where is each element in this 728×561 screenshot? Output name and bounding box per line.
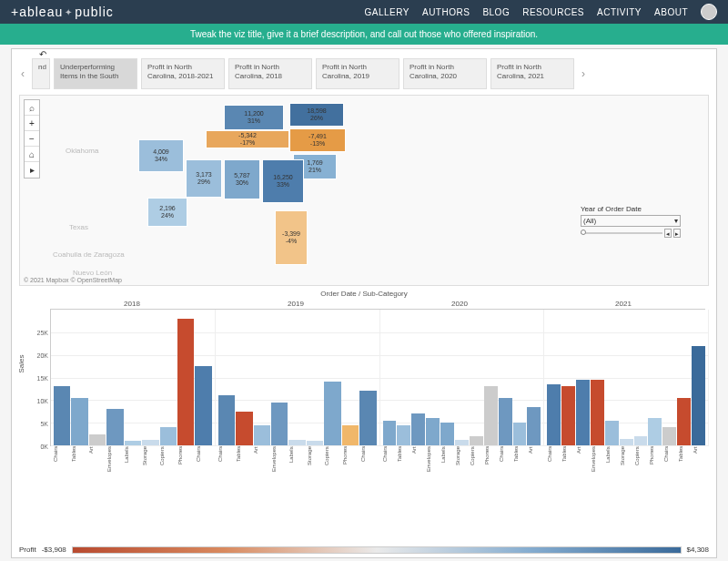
state-mark[interactable]: 3,17329% xyxy=(186,159,222,198)
bar-mark[interactable] xyxy=(125,441,141,445)
bar-mark[interactable] xyxy=(342,425,359,445)
bar-mark[interactable] xyxy=(307,441,323,445)
nav-blog[interactable]: BLOG xyxy=(482,7,510,17)
story-tab[interactable]: Profit in North Carolina, 2020 xyxy=(403,58,487,89)
year-header: 2021 xyxy=(541,300,705,310)
bar-mark[interactable] xyxy=(692,346,705,445)
story-tab[interactable]: Underperforming Items in the South xyxy=(54,58,137,89)
legend-label: Profit xyxy=(19,546,36,554)
story-tab[interactable]: Profit in North Carolina, 2018 xyxy=(228,58,312,89)
bar-mark[interactable] xyxy=(677,398,691,445)
state-mark[interactable]: 18,59826% xyxy=(289,103,344,127)
bar-mark[interactable] xyxy=(177,319,194,445)
state-mark[interactable]: 11,20031% xyxy=(224,105,284,130)
x-tick: Chairs xyxy=(360,446,378,475)
plot-area[interactable] xyxy=(50,310,709,446)
x-tick: Art xyxy=(693,446,706,475)
state-mark[interactable]: -3,399-4% xyxy=(275,210,308,265)
nav-resources[interactable]: RESOURCES xyxy=(522,7,584,17)
bar-mark[interactable] xyxy=(620,439,633,445)
state-mark[interactable]: 16,25033% xyxy=(262,159,304,203)
slider-prev[interactable]: ◂ xyxy=(664,229,672,238)
x-tick: Labels xyxy=(605,446,619,475)
workbook: ↶ ‹ ndUnderperforming Items in the South… xyxy=(11,48,717,558)
bar-mark[interactable] xyxy=(271,403,288,445)
avatar[interactable] xyxy=(701,4,717,20)
map[interactable]: ⌕ + − ⌂ ▸ OklahomaTexasCoahuila de Zarag… xyxy=(19,95,709,286)
x-cat-group: ChairsTablesArtEnvelopesLabelsStorageCop… xyxy=(544,446,709,475)
bar-mark[interactable] xyxy=(397,425,410,445)
story-tabs: ↶ ‹ ndUnderperforming Items in the South… xyxy=(12,49,716,95)
bar-mark[interactable] xyxy=(499,398,512,445)
x-tick: Art xyxy=(411,446,425,475)
slider-track[interactable] xyxy=(581,232,662,234)
bar-mark[interactable] xyxy=(440,423,454,445)
story-tab[interactable]: nd xyxy=(32,58,50,89)
bar-mark[interactable] xyxy=(359,391,376,445)
bar-mark[interactable] xyxy=(236,412,252,445)
bar-mark[interactable] xyxy=(527,407,541,445)
state-mark[interactable]: 5,78730% xyxy=(224,159,260,199)
bar-chart: Order Date / Sub-Category 20182019202020… xyxy=(19,290,709,472)
bar-mark[interactable] xyxy=(71,398,87,445)
story-prev[interactable]: ‹ xyxy=(17,67,28,80)
bar-mark[interactable] xyxy=(470,436,483,445)
bar-mark[interactable] xyxy=(634,436,648,445)
slider-next[interactable]: ▸ xyxy=(673,229,681,238)
x-tick: Storage xyxy=(142,446,159,475)
bar-mark[interactable] xyxy=(484,386,498,445)
bar-mark[interactable] xyxy=(89,434,106,445)
x-tick: Copiers xyxy=(470,446,483,475)
bar-mark[interactable] xyxy=(411,413,425,445)
bar-mark[interactable] xyxy=(288,440,305,445)
bar-mark[interactable] xyxy=(591,380,604,445)
bar-mark[interactable] xyxy=(218,395,235,445)
bar-mark[interactable] xyxy=(160,427,177,445)
nav-gallery[interactable]: GALLERY xyxy=(365,7,410,17)
nav-activity[interactable]: ACTIVITY xyxy=(597,7,642,17)
bar-mark[interactable] xyxy=(254,425,270,445)
color-legend: Profit -$3,908 $4,308 xyxy=(19,546,709,554)
slider-thumb[interactable] xyxy=(581,230,586,235)
bar-mark[interactable] xyxy=(576,380,590,445)
x-tick: Art xyxy=(576,446,590,475)
x-tick: Chairs xyxy=(663,446,677,475)
x-cat-group: ChairsTablesArtEnvelopesLabelsStorageCop… xyxy=(50,446,215,475)
x-cat-group: ChairsTablesArtEnvelopesLabelsStorageCop… xyxy=(379,446,544,475)
state-mark[interactable]: 2,19624% xyxy=(147,198,187,227)
chevron-down-icon: ▾ xyxy=(674,217,678,225)
nav-authors[interactable]: AUTHORS xyxy=(422,7,470,17)
bar-mark[interactable] xyxy=(383,421,397,445)
bar-mark[interactable] xyxy=(662,427,676,445)
bar-mark[interactable] xyxy=(426,418,440,445)
bar-mark[interactable] xyxy=(547,384,561,445)
y-axis-label: Sales xyxy=(17,354,25,372)
story-tab[interactable]: Profit in North Carolina, 2021 xyxy=(490,58,574,89)
legend-min: -$3,908 xyxy=(42,546,66,554)
state-mark[interactable]: -7,491-13% xyxy=(289,128,346,152)
bar-mark[interactable] xyxy=(195,366,211,445)
map-attribution: © 2021 Mapbox © OpenStreetMap xyxy=(24,277,122,283)
logo[interactable]: +ableau ✦ public xyxy=(11,5,114,19)
x-tick: Envelopes xyxy=(271,446,288,475)
bar-mark[interactable] xyxy=(324,382,340,445)
story-tab[interactable]: Profit in North Carolina, 2018-2021 xyxy=(141,58,225,89)
x-tick: Chairs xyxy=(499,446,512,475)
bar-mark[interactable] xyxy=(106,409,123,445)
x-tick: Phones xyxy=(342,446,359,475)
story-next[interactable]: › xyxy=(578,67,589,80)
nav-about[interactable]: ABOUT xyxy=(654,7,688,17)
story-tab[interactable]: Profit in North Carolina, 2019 xyxy=(316,58,399,89)
bar-mark[interactable] xyxy=(142,440,158,445)
state-mark[interactable]: -5,342-17% xyxy=(206,130,289,148)
bar-mark[interactable] xyxy=(561,386,575,445)
state-mark[interactable]: 4,00934% xyxy=(138,139,184,172)
filter-slider[interactable]: ◂ ▸ xyxy=(581,229,681,238)
bar-mark[interactable] xyxy=(455,440,469,445)
bar-mark[interactable] xyxy=(648,418,662,445)
bar-mark[interactable] xyxy=(513,423,527,445)
x-tick: Labels xyxy=(124,446,141,475)
bar-mark[interactable] xyxy=(54,386,70,445)
bar-mark[interactable] xyxy=(605,421,619,445)
filter-dropdown[interactable]: (All) ▾ xyxy=(581,215,681,227)
